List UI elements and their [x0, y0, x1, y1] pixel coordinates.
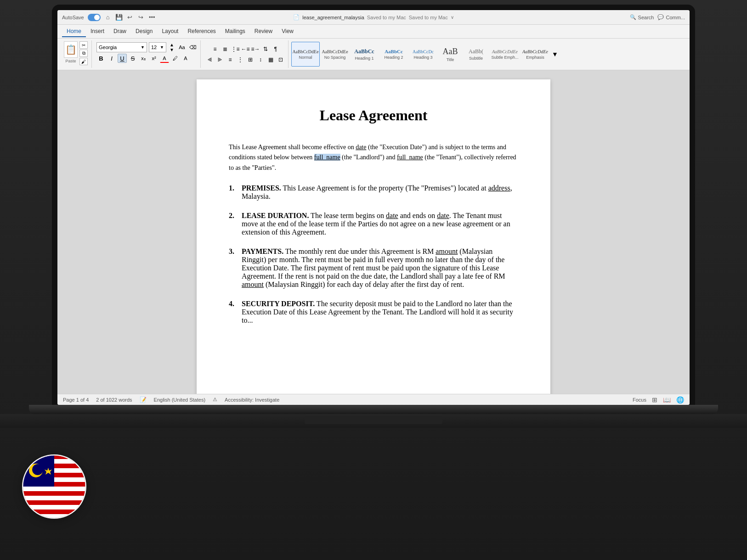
indent-decrease-button[interactable]: ←≡: [241, 45, 250, 54]
date-placeholder-1: date: [356, 144, 366, 151]
tab-home[interactable]: Home: [62, 26, 86, 37]
style-no-spacing[interactable]: AaBbCcDdEe No Spacing: [321, 42, 349, 67]
document-scroll[interactable]: Lease Agreement This Lease Agreement sha…: [57, 70, 690, 394]
title-bar-center: 📄 lease_agreement_malaysia Saved to my M…: [293, 14, 454, 20]
comment-button[interactable]: 💬 Comm...: [657, 14, 685, 20]
styles-gallery: AaBbCcDdEe Normal AaBbCcDdEe No Spacing …: [290, 40, 687, 68]
read-mode-icon[interactable]: 📖: [663, 396, 671, 403]
section-4-content: SECURITY DEPOSIT. The security deposit m…: [242, 300, 518, 325]
paste-button[interactable]: 📋: [64, 41, 78, 59]
tab-insert[interactable]: Insert: [86, 26, 109, 37]
align-right-button[interactable]: ≡: [226, 55, 235, 64]
borders-button[interactable]: ⊡: [276, 55, 285, 64]
italic-button[interactable]: I: [107, 54, 116, 63]
underline-button[interactable]: U: [118, 54, 127, 63]
more-icon[interactable]: •••: [148, 14, 156, 21]
layout-view-icon[interactable]: ⊞: [652, 396, 657, 403]
saved-status: Saved to my Mac: [367, 15, 406, 20]
accessibility-status[interactable]: Accessibility: Investigate: [225, 397, 279, 403]
svg-point-11: [32, 464, 43, 475]
redo-icon[interactable]: ↪: [137, 14, 145, 21]
font-size-chevron: ▼: [160, 45, 164, 50]
align-left-button[interactable]: ⫷: [205, 55, 215, 64]
format-painter-button[interactable]: 🖌: [79, 58, 88, 65]
status-right: Focus ⊞ 📖 🌐: [633, 396, 684, 403]
web-view-icon[interactable]: 🌐: [676, 396, 684, 403]
style-emphasis[interactable]: AaBbCcDdEe Emphasis: [521, 42, 549, 67]
show-formatting-button[interactable]: ¶: [271, 45, 280, 54]
focus-button[interactable]: Focus: [633, 397, 646, 403]
change-case-button[interactable]: Aa: [177, 43, 187, 52]
font-name-selector[interactable]: Georgia ▼: [96, 42, 147, 52]
ribbon: Home Insert Draw Design Layout Reference…: [57, 25, 690, 70]
tab-draw[interactable]: Draw: [109, 26, 131, 37]
section-2-content: LEASE DURATION. The lease term begins on…: [242, 212, 518, 236]
strikethrough-button[interactable]: S: [128, 54, 137, 63]
styles-more-button[interactable]: ▼: [550, 50, 560, 59]
section-list: 1. PREMISES. This Lease Agreement is for…: [229, 184, 518, 325]
bold-button[interactable]: B: [96, 54, 106, 63]
comment-label: Comm...: [666, 15, 685, 20]
undo-icon[interactable]: ↩: [126, 14, 134, 21]
svg-rect-5: [22, 487, 86, 491]
section-3-title: PAYMENTS.: [242, 247, 283, 255]
indent-increase-button[interactable]: ≡→: [251, 45, 260, 54]
multi-list-button[interactable]: ⋮≡: [231, 45, 240, 54]
number-list-button[interactable]: ≣: [221, 45, 230, 54]
svg-rect-7: [22, 505, 86, 510]
tab-layout[interactable]: Layout: [157, 26, 183, 37]
title-bar-right: 🔍 Search 💬 Comm...: [630, 14, 685, 20]
trackpad[interactable]: [305, 416, 442, 424]
copy-button[interactable]: ⧉: [79, 50, 88, 57]
style-subtle-emphasis[interactable]: AaBbCcDdEe Subtle Emph...: [490, 42, 520, 67]
subscript-button[interactable]: x₂: [139, 54, 148, 63]
save-icon[interactable]: 💾: [115, 14, 123, 21]
style-title[interactable]: AaB Title: [438, 42, 462, 67]
tab-review[interactable]: Review: [250, 26, 277, 37]
style-heading1[interactable]: AaBbCc Heading 1: [350, 42, 379, 67]
shading-para-button[interactable]: ▦: [266, 55, 275, 64]
style-heading3[interactable]: AaBbCcDc Heading 3: [409, 42, 437, 67]
saved-chevron[interactable]: ∨: [451, 15, 454, 20]
language: English (United States): [154, 397, 206, 403]
font-size-selector[interactable]: 12 ▼: [149, 42, 166, 52]
font-decrease-button[interactable]: ▼: [168, 48, 175, 52]
sort-button[interactable]: ⇅: [261, 45, 270, 54]
full-name-placeholder-2: full_name: [397, 154, 423, 161]
style-normal[interactable]: AaBbCcDdEe Normal: [291, 42, 320, 67]
align-center-button[interactable]: ⫸: [215, 55, 225, 64]
home-icon[interactable]: ⌂: [104, 14, 112, 21]
style-subtitle[interactable]: AaBb( Subtitle: [463, 42, 489, 67]
section-3-number: 3.: [229, 247, 234, 289]
amount-placeholder-1: amount: [436, 247, 458, 255]
laptop-base: [0, 414, 747, 428]
autosave-label: AutoSave: [62, 15, 84, 20]
paragraph-group: ≡ ≣ ⋮≡ ←≡ ≡→ ⇅ ¶ ⫷ ⫸ ≡ ⋮: [203, 40, 289, 68]
line-spacing-button[interactable]: ↕: [256, 55, 265, 64]
shading-button[interactable]: A: [181, 54, 190, 63]
laptop-bezel: AutoSave ⌂ 💾 ↩ ↪ ••• 📄 lease_agreement_m…: [52, 5, 695, 405]
highlight-button[interactable]: 🖊: [170, 54, 180, 63]
clear-format-button[interactable]: ⌫: [188, 43, 198, 52]
section-1-title: PREMISES.: [242, 184, 281, 192]
columns-button[interactable]: ⊞: [246, 55, 255, 64]
bullet-list-button[interactable]: ≡: [210, 45, 220, 54]
font-color-button[interactable]: A: [160, 54, 169, 63]
font-increase-button[interactable]: ▲: [168, 43, 175, 47]
tab-view[interactable]: View: [277, 26, 298, 37]
section-2: 2. LEASE DURATION. The lease term begins…: [229, 212, 518, 236]
search-button[interactable]: 🔍 Search: [630, 14, 654, 20]
accessibility-icon: ⚠: [213, 397, 217, 403]
tab-design[interactable]: Design: [131, 26, 157, 37]
tab-mailings[interactable]: Mailings: [221, 26, 250, 37]
autosave-toggle[interactable]: [88, 14, 101, 21]
justify-button[interactable]: ⋮: [236, 55, 245, 64]
section-1-number: 1.: [229, 184, 234, 201]
superscript-button[interactable]: x²: [149, 54, 158, 63]
style-heading2[interactable]: AaBbCc Heading 2: [379, 42, 408, 67]
laptop-screen: AutoSave ⌂ 💾 ↩ ↪ ••• 📄 lease_agreement_m…: [57, 10, 690, 405]
cut-button[interactable]: ✂: [79, 41, 88, 49]
ribbon-tabs: Home Insert Draw Design Layout Reference…: [57, 25, 690, 39]
svg-rect-6: [22, 496, 86, 500]
tab-references[interactable]: References: [183, 26, 220, 37]
